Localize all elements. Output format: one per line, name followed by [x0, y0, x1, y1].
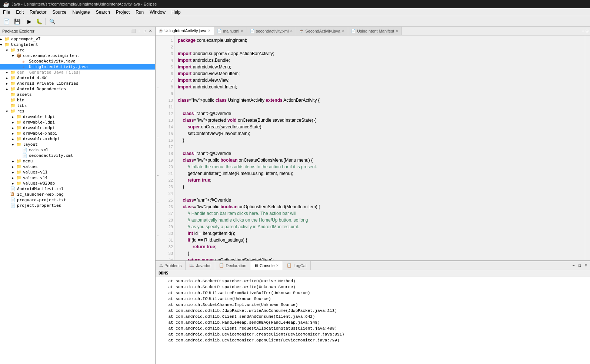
tab-label: secondactivity.xml: [256, 29, 289, 33]
bottom-tab-close-btn[interactable]: ✕: [276, 264, 279, 267]
tab-close-btn[interactable]: ✕: [290, 29, 293, 33]
tree-arrow-icon: ▶: [6, 87, 10, 91]
tree-item[interactable]: ▶📁drawable-xhdpi: [0, 131, 155, 136]
tree-item[interactable]: ☕SecondActivity.java: [0, 58, 155, 64]
tree-item[interactable]: ▶📁Android Private Libraries: [0, 81, 155, 86]
tree-item[interactable]: ▶📁drawable-hdpi: [0, 114, 155, 119]
code-content[interactable]: package com.example.usingintent; import …: [175, 36, 585, 260]
tree-item[interactable]: 📁bin: [0, 97, 155, 103]
line-number: 16: [161, 137, 173, 144]
tree-item[interactable]: ▼📦com.example.usingintent: [0, 53, 155, 58]
console-line: at sun.nio.ch.SocketDispatcher.write0(Na…: [159, 278, 587, 284]
fold-marker: [156, 129, 160, 134]
fold-marker: [156, 80, 160, 85]
tree-item[interactable]: ▶📁values-w820dp: [0, 181, 155, 186]
tree-item[interactable]: ▼📁UsingIntent: [0, 42, 155, 47]
tree-item[interactable]: ▶📁appcompat_v7: [0, 36, 155, 42]
tree-item[interactable]: ▶📁values-v11: [0, 169, 155, 175]
fold-marker: [156, 47, 160, 52]
bottom-tab-ctrl-btn[interactable]: −: [571, 263, 576, 268]
bottom-tab-ctrl-btn[interactable]: □: [577, 263, 582, 268]
tree-item[interactable]: ▼📁gen [Generated Java Files]: [0, 70, 155, 75]
search-btn[interactable]: 🔍: [47, 17, 57, 26]
fold-marker: [156, 68, 160, 74]
tree-item[interactable]: 📁assets: [0, 92, 155, 97]
menu-item-window[interactable]: Window: [147, 8, 169, 16]
tree-item[interactable]: ▼📁src: [0, 47, 155, 53]
bottom-tab-icon: ⚠: [159, 263, 163, 268]
bottom-tab[interactable]: 📋 Declaration: [215, 261, 250, 270]
fold-marker: −: [156, 134, 160, 140]
tree-node-icon: 📁: [16, 131, 22, 136]
tree-item[interactable]: ☕UsingIntentActivity.java: [0, 64, 155, 70]
tab-close-btn[interactable]: ✕: [342, 29, 345, 33]
bottom-tab[interactable]: ⚠ Problems: [156, 261, 186, 270]
tree-node-label: main.xml: [29, 148, 49, 152]
menu-item-file[interactable]: File: [0, 8, 13, 16]
pe-close-btn[interactable]: ✕: [148, 28, 153, 33]
pe-collapse-btn[interactable]: ⬜: [130, 28, 137, 33]
tree-item[interactable]: 📄main.xml: [0, 147, 155, 153]
tree-node-label: Android Private Libraries: [17, 81, 79, 86]
line-number: 9: [161, 90, 173, 97]
editor-tab[interactable]: 📄main.xml✕: [214, 27, 247, 35]
tree-item[interactable]: ▶📁drawable-xxhdpi: [0, 136, 155, 142]
tree-item[interactable]: ▼📁res: [0, 108, 155, 114]
tree-item[interactable]: ▶📁Android 4.4W: [0, 75, 155, 81]
menu-item-run[interactable]: Run: [133, 8, 147, 16]
menu-item-project[interactable]: Project: [113, 8, 133, 16]
pe-minimize-btn[interactable]: −: [137, 28, 142, 33]
line-number: 26: [161, 203, 173, 210]
debug-btn[interactable]: 🐛: [34, 17, 44, 26]
run-btn[interactable]: ▶: [26, 17, 33, 26]
tab-close-btn[interactable]: ✕: [241, 29, 244, 33]
tab-minimize-btn[interactable]: −: [582, 28, 585, 33]
tab-close-btn[interactable]: ✕: [208, 29, 211, 33]
tree-arrow-icon: ▶: [12, 115, 16, 119]
line-number-gutter: 1234567891011121314151617181920212223242…: [160, 36, 175, 260]
tab-close-btn[interactable]: ✕: [396, 29, 399, 33]
menu-item-refactor[interactable]: Refactor: [27, 8, 49, 16]
bottom-tab[interactable]: 📋 LogCat: [283, 261, 310, 270]
editor-tab[interactable]: 📄secondactivity.xml✕: [247, 27, 296, 35]
bottom-tab[interactable]: 📖 Javadoc: [186, 261, 215, 270]
tree-node-icon: 📁: [4, 37, 10, 41]
fold-marker: [156, 162, 160, 167]
tree-item[interactable]: 📁libs: [0, 103, 155, 108]
menu-item-navigate[interactable]: Navigate: [69, 8, 93, 16]
save-btn[interactable]: 💾: [12, 17, 22, 26]
tree-item[interactable]: 📄proguard-project.txt: [0, 197, 155, 203]
tree-item[interactable]: ▶📁drawable-ldpi: [0, 119, 155, 125]
new-btn[interactable]: 📄: [1, 17, 11, 26]
tree-node-label: src: [17, 48, 24, 53]
fold-gutter: −−−−−−: [156, 36, 160, 260]
tree-item[interactable]: 📄project.properties: [0, 203, 155, 208]
tree-item[interactable]: 🖼ic_launcher-web.png: [0, 192, 155, 197]
editor-tab[interactable]: 📄UsingIntent Manifest✕: [348, 27, 402, 35]
tree-arrow-icon: ▶: [12, 159, 16, 163]
tree-item[interactable]: ▼📁layout: [0, 142, 155, 147]
tree-item[interactable]: ▶📁Android Dependencies: [0, 86, 155, 92]
tree-item[interactable]: ▶📁values-v14: [0, 175, 155, 181]
line-number: 1: [161, 37, 173, 44]
tree-item[interactable]: 📄secondactivity.xml: [0, 153, 155, 158]
editor-tab[interactable]: ☕UsingIntentActivity.java✕: [156, 27, 214, 35]
bottom-tab[interactable]: 🖥 Console ✕: [250, 261, 283, 270]
editor-tab[interactable]: ☕SecondActivity.java✕: [296, 27, 348, 35]
tree-item[interactable]: ▶📁values: [0, 164, 155, 169]
tree-item[interactable]: ▶📁drawable-mdpi: [0, 125, 155, 131]
tree-arrow-icon: ▶: [12, 137, 16, 141]
menu-item-source[interactable]: Source: [49, 8, 69, 16]
tab-maximize-btn[interactable]: □: [586, 28, 589, 33]
tree-item[interactable]: ▶📁menu: [0, 158, 155, 164]
tree-node-icon: 📄: [10, 198, 16, 202]
menu-item-search[interactable]: Search: [93, 8, 113, 16]
menu-item-help[interactable]: Help: [169, 8, 184, 16]
pe-maximize-btn[interactable]: □: [143, 28, 147, 33]
tree-item[interactable]: 📄AndroidManifest.xml: [0, 186, 155, 192]
bottom-tab-ctrl-btn[interactable]: ✕: [583, 263, 589, 268]
tree-arrow-icon: ▶: [6, 82, 10, 85]
tree-node-icon: 📁: [10, 92, 16, 97]
menu-item-edit[interactable]: Edit: [13, 8, 27, 16]
line-number: 5: [161, 64, 173, 70]
